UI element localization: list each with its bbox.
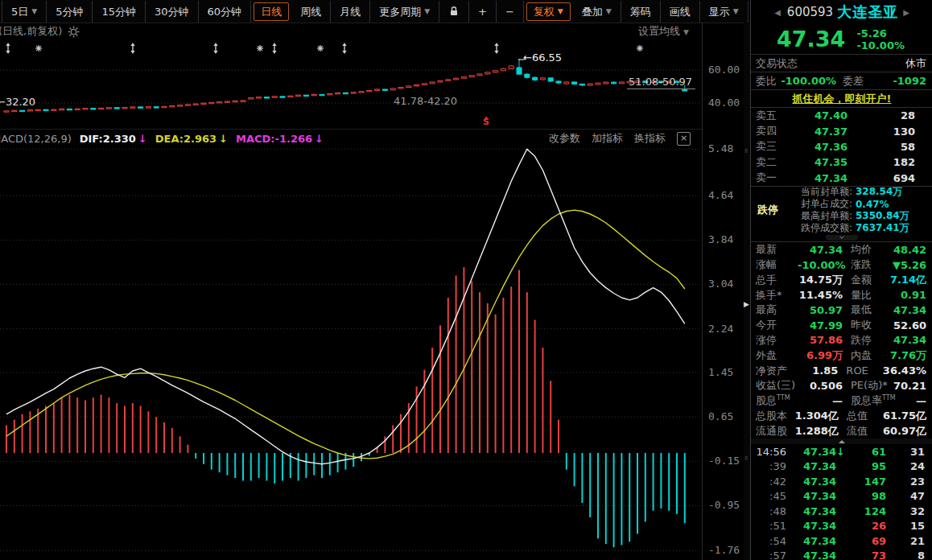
- tick-row[interactable]: :5147.342615: [751, 519, 932, 534]
- weibi-label: 委比: [756, 74, 777, 89]
- tab-more-periods[interactable]: 更多周期▼: [370, 1, 439, 23]
- tab-30min[interactable]: 30分钟: [146, 1, 199, 23]
- collapse-panel-arrow-icon[interactable]: ▶: [744, 300, 749, 308]
- ma-setting-button[interactable]: 设置均线▼: [638, 23, 689, 40]
- chevron-down-icon: ▼: [31, 1, 37, 23]
- toolbar-button-label: −: [505, 1, 514, 23]
- tick-price: 47.34: [786, 446, 836, 458]
- tab-60min[interactable]: 60分钟: [199, 1, 252, 23]
- annotation-gap-range: 41.78-42.20: [394, 95, 457, 107]
- macd-chart[interactable]: [0, 146, 702, 560]
- candle: [336, 93, 340, 94]
- prev-stock-arrow-icon[interactable]: ◀: [769, 8, 786, 17]
- draw-button[interactable]: 画线: [661, 1, 700, 23]
- candle: [296, 95, 301, 97]
- tick-row[interactable]: :3947.349524: [751, 459, 932, 475]
- limit-info-row: 当前封单额:328.54万: [783, 186, 932, 198]
- lock-button[interactable]: [439, 1, 469, 23]
- open-account-link[interactable]: 抓住机会，即刻开户!: [793, 93, 892, 105]
- zoom-in-button[interactable]: +: [469, 1, 497, 23]
- zoom-out-button[interactable]: −: [497, 1, 524, 23]
- overlay-button[interactable]: 叠加▼: [573, 1, 621, 23]
- axis-tick-label: 60.00: [708, 64, 747, 76]
- tick-volume: 61: [844, 446, 886, 458]
- tick-row[interactable]: :4847.3412432: [751, 504, 932, 519]
- stat-label: 股息率TTM: [851, 393, 889, 408]
- candle: [35, 109, 40, 111]
- macd-indicator-header: MACD(12,26,9) DIF:2.330 ↓ DEA:2.963 ↓ MA…: [0, 129, 702, 147]
- tab-5min[interactable]: 5分钟: [47, 1, 93, 23]
- macd-dea-value: DEA:2.963: [155, 133, 217, 145]
- event-updown-icon: [213, 43, 217, 54]
- tick-time: :45: [754, 490, 786, 502]
- chart-header: 圣亚 (日线,前复权) 设置均线▼: [0, 23, 702, 40]
- next-stock-arrow-icon[interactable]: ▶: [898, 8, 914, 17]
- tab-daily[interactable]: 日线: [254, 2, 289, 21]
- tick-row[interactable]: :4547.349847: [751, 489, 932, 504]
- collapse-section-button[interactable]: [751, 439, 932, 444]
- candle: [619, 81, 624, 84]
- stat-row: 股息TTM—股息率TTM—: [751, 393, 932, 409]
- candle: [438, 80, 443, 83]
- axis-tick-label: 2.24: [708, 323, 747, 335]
- limit-info-value: 0.47%: [852, 199, 932, 210]
- add-indicator-link[interactable]: 加指标: [592, 131, 623, 146]
- tab-5day[interactable]: 5日▼: [2, 1, 47, 23]
- candle: [367, 90, 372, 92]
- candle: [406, 85, 411, 88]
- event-updown-icon: [130, 43, 134, 54]
- candle: [60, 109, 64, 110]
- tick-row[interactable]: :4247.3414723: [751, 474, 932, 489]
- candlestick-chart[interactable]: [0, 40, 702, 129]
- toolbar-button-label: 15分钟: [101, 1, 136, 23]
- tick-volume: 147: [844, 476, 886, 488]
- tick-time: 14:56: [754, 446, 786, 458]
- toolbar-button-label: 5分钟: [56, 1, 83, 23]
- price-axis-divider: [702, 23, 703, 560]
- close-indicator-icon[interactable]: ×: [677, 132, 691, 146]
- chips-button[interactable]: 筹码: [621, 1, 661, 23]
- gear-icon[interactable]: [68, 26, 80, 38]
- stat-value: —: [889, 395, 926, 407]
- stat-value: 7.76万: [889, 348, 926, 363]
- stat-row: 涨幅-10.00%涨跌▼5.26: [751, 257, 932, 273]
- ask-level-row[interactable]: 卖二47.35182: [751, 154, 932, 170]
- stat-row: 今开47.99昨收52.60: [751, 318, 932, 333]
- price-change: -5.26 -10.00%: [856, 27, 905, 51]
- candle: [303, 95, 308, 97]
- change-percent: -10.00%: [856, 39, 905, 51]
- tick-row[interactable]: :5747.34738: [751, 549, 932, 560]
- tick-row[interactable]: 14:5647.34↓6131: [751, 444, 932, 459]
- candle: [390, 88, 395, 90]
- tab-monthly[interactable]: 月线: [331, 1, 370, 23]
- ask-price: 47.37: [785, 126, 847, 138]
- candle: [320, 94, 324, 96]
- panel-splitter[interactable]: ⠿ ▶ ⠿: [744, 23, 750, 560]
- adjust-button[interactable]: 复权▼: [526, 2, 571, 21]
- candle: [241, 100, 245, 101]
- ask-level-row[interactable]: 卖三47.3658: [751, 139, 932, 154]
- tab-15min[interactable]: 15分钟: [93, 1, 146, 23]
- tick-row[interactable]: :5447.346921: [751, 533, 932, 549]
- ask-level-row[interactable]: 卖五47.4028: [751, 108, 932, 123]
- sell-signal-marker[interactable]: ▲ S: [481, 115, 491, 125]
- tick-list[interactable]: 14:5647.34↓6131:3947.349524:4247.3414723…: [751, 444, 932, 560]
- annotation-right-range: 51.08-50.97: [627, 76, 695, 89]
- annotation-peak-price: ←66.55: [523, 51, 562, 64]
- trading-status-row: 交易状态 休市: [751, 55, 932, 72]
- candle: [264, 97, 269, 98]
- stat-label: ROE: [846, 364, 882, 377]
- expand-section-button[interactable]: [826, 235, 858, 241]
- axis-tick-label: -1.76: [708, 544, 747, 556]
- switch-indicator-link[interactable]: 换指标: [634, 131, 666, 146]
- display-button[interactable]: 显示▼: [700, 1, 748, 23]
- tick-price: 47.34: [786, 550, 836, 560]
- limit-down-rows: 当前封单额:328.54万封单占成交:0.47%最高封单额:5350.84万跌停…: [783, 186, 932, 234]
- ask-level-row[interactable]: 卖一47.34694: [751, 171, 932, 186]
- change-params-link[interactable]: 改参数: [549, 131, 580, 146]
- tick-volume: 69: [844, 535, 886, 547]
- ask-label: 卖四: [756, 124, 785, 138]
- ask-level-row[interactable]: 卖四47.37130: [751, 123, 932, 138]
- tab-weekly[interactable]: 周线: [291, 1, 331, 23]
- stat-value: 1.85: [795, 364, 838, 377]
